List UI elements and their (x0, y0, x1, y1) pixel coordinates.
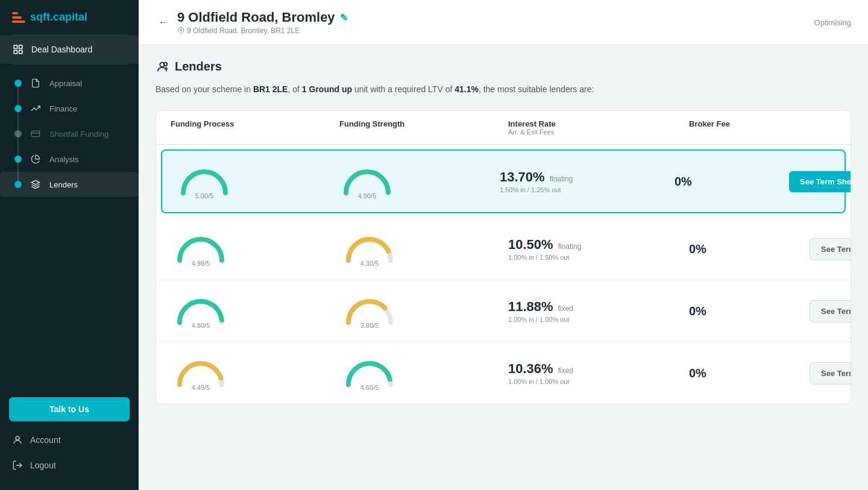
svg-marker-6 (31, 180, 39, 184)
sidebar-item-appraisal[interactable]: Appraisal (0, 71, 139, 96)
sidebar-item-logout[interactable]: Logout (0, 453, 139, 478)
trend-icon (29, 102, 42, 115)
lenders-table: Funding Process Funding Strength Interes… (156, 110, 851, 404)
doc-icon (29, 77, 42, 90)
account-icon (12, 435, 23, 445)
sidebar-item-analysis[interactable]: Analysis (0, 146, 139, 172)
gauge-funding-strength-2: 4.30/5 (339, 230, 400, 268)
cell-action-4: See Term Sheet (810, 362, 851, 385)
step-label-lenders: Lenders (49, 180, 78, 189)
col-header-broker-fee: Broker Fee (689, 119, 810, 136)
broker-fee-value: 0% (689, 242, 706, 256)
gauge-funding-strength-4: 4.60/5 (339, 354, 400, 392)
layers-icon (29, 178, 42, 191)
gauge-label: 5.00/5 (195, 191, 214, 200)
svg-rect-0 (14, 45, 17, 48)
rate-type: floating (550, 175, 573, 183)
logo-main: sqft. (30, 11, 53, 23)
title-text: 9 Oldfield Road, Bromley (177, 10, 335, 25)
logout-icon (12, 460, 23, 471)
rate-value: 10.50% (508, 237, 553, 253)
svg-rect-3 (19, 51, 22, 54)
table-row: 5.00/5 4.90/5 (161, 149, 846, 213)
broker-fee-value: 0% (675, 175, 692, 189)
header-title-group: 9 Oldfield Road, Bromley ✎ 9 Oldfield Ro… (177, 10, 348, 35)
logo-bar-2 (12, 16, 22, 19)
gauge-label: 4.80/5 (192, 321, 210, 330)
logout-label: Logout (30, 460, 56, 470)
rate-value: 13.70% (500, 169, 545, 185)
rate-info: 13.70% floating 1.50% in / 1.25% out (500, 169, 573, 193)
talk-to-us-button[interactable]: Talk to Us (9, 397, 130, 421)
cell-broker-fee-4: 0% (689, 366, 810, 380)
col-header-interest-rate: Interest Rate Arr. & Exit Fees (508, 119, 689, 136)
see-term-sheet-button-1[interactable]: See Term Sheet (789, 171, 851, 192)
logo-icon (12, 12, 25, 23)
table-row: 4.49/5 4.60/5 (156, 342, 851, 404)
rate-type: fixed (558, 304, 573, 313)
section-title: Lenders (175, 60, 222, 74)
units-text: 1 Ground up (302, 84, 352, 94)
cell-funding-strength-2: 4.30/5 (339, 230, 508, 268)
cell-funding-process-4: 4.49/5 (171, 354, 339, 392)
step-label-appraisal: Appraisal (49, 79, 82, 88)
sidebar-item-finance[interactable]: Finance (0, 96, 139, 121)
logo-bar-1 (12, 12, 18, 14)
step-label-analysis: Analysis (49, 155, 78, 164)
logo-brand: capital (53, 11, 87, 23)
header-address: 9 Oldfield Road, Bromley, BR1 2LE (177, 27, 348, 35)
table-header: Funding Process Funding Strength Interes… (156, 111, 851, 145)
gauge-funding-strength-3: 3.80/5 (339, 292, 400, 330)
gauge-funding-process-4: 4.49/5 (171, 354, 231, 392)
rate-type: floating (558, 242, 582, 251)
cell-interest-rate-4: 10.36% fixed 1.00% in / 1.00% out (508, 361, 689, 385)
step-label-shortfall: Shortfall Funding (49, 130, 108, 139)
gauge-label: 4.60/5 (360, 383, 379, 392)
col-header-funding-strength: Funding Strength (339, 119, 508, 136)
step-label-finance: Finance (49, 104, 77, 113)
gauge-label: 4.30/5 (360, 259, 379, 268)
cell-funding-strength-4: 4.60/5 (339, 354, 508, 392)
card-icon (29, 127, 42, 140)
sidebar-item-lenders[interactable]: Lenders (0, 172, 139, 197)
cell-funding-strength-1: 4.90/5 (337, 163, 500, 200)
back-button[interactable]: ← (156, 14, 171, 31)
cell-funding-process-2: 4.98/5 (171, 230, 339, 268)
lenders-description: Based on your scheme in BR1 2LE, of 1 Gr… (156, 83, 851, 96)
see-term-sheet-button-2[interactable]: See Term Sheet (810, 238, 851, 260)
broker-fee-value: 0% (689, 304, 706, 318)
gauge-label: 4.90/5 (358, 191, 377, 200)
sidebar-item-shortfall-funding[interactable]: Shortfall Funding (0, 121, 139, 146)
location-icon (177, 27, 184, 34)
col-header-action (810, 119, 836, 136)
cell-funding-strength-3: 3.80/5 (339, 292, 508, 330)
sidebar-item-deal-dashboard[interactable]: Deal Dashboard (0, 35, 139, 64)
section-header: Lenders (156, 60, 851, 74)
ltv-text: 41.1% (454, 84, 479, 94)
cell-action-2: See Term Sheet (810, 238, 851, 260)
svg-rect-2 (14, 51, 17, 54)
gauge-funding-process-2: 4.98/5 (171, 230, 231, 268)
cell-interest-rate-3: 11.88% fixed 1.00% in / 1.00% out (508, 299, 689, 323)
logo-bar-3 (12, 20, 25, 23)
table-row: 4.98/5 4.30/5 (156, 218, 851, 280)
sidebar-bottom: Talk to Us Account Logout (0, 391, 139, 490)
sidebar: sqft.capital Deal Dashboard Appraisal Fi… (0, 0, 139, 490)
edit-icon[interactable]: ✎ (340, 12, 348, 24)
arr-fees: 1.00% in / 1.50% out (508, 254, 581, 261)
page-title: 9 Oldfield Road, Bromley ✎ (177, 10, 348, 25)
see-term-sheet-button-4[interactable]: See Term Sheet (810, 362, 851, 385)
location-text: BR1 2LE (253, 84, 288, 94)
table-row: 4.80/5 3.80/5 (156, 280, 851, 342)
gauge-label: 4.49/5 (192, 383, 210, 392)
sidebar-item-account[interactable]: Account (0, 427, 139, 453)
svg-point-11 (164, 62, 168, 66)
pie-icon (29, 152, 42, 166)
address-text: 9 Oldfield Road, Bromley, BR1 2LE (187, 27, 300, 35)
sidebar-logo: sqft.capital (0, 0, 139, 34)
arr-fees: 1.00% in / 1.00% out (508, 316, 573, 323)
rate-value: 10.36% (508, 361, 553, 377)
step-dot-lenders (14, 181, 22, 188)
see-term-sheet-button-3[interactable]: See Term Sheet (810, 300, 851, 322)
gauge-funding-strength-1: 4.90/5 (337, 163, 397, 200)
